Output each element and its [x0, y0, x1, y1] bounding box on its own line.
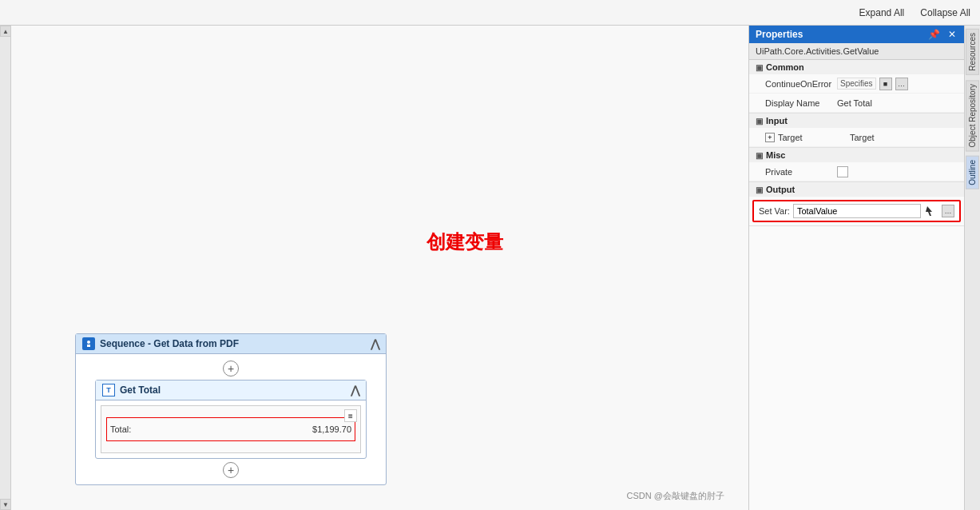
resources-tab[interactable]: Resources: [966, 29, 979, 75]
misc-expand-icon: ▣: [756, 151, 763, 160]
activity-body: ≡ Total: $1,199.70: [96, 400, 366, 458]
annotation-text: 创建变量: [427, 229, 503, 255]
display-name-label: Display Name: [765, 98, 837, 108]
sequence-header: Sequence - Get Data from PDF ⋀: [76, 334, 386, 354]
activity-header: T Get Total ⋀: [96, 381, 366, 400]
sequence-title: Sequence - Get Data from PDF: [82, 337, 239, 350]
private-label: Private: [765, 167, 837, 177]
object-repository-tab[interactable]: Object Repository: [966, 80, 979, 151]
collapse-all-button[interactable]: Collapse All: [917, 6, 974, 20]
canvas-area: 创建变量 Sequence - Get Data from PDF ⋀: [11, 26, 748, 510]
table-value: $1,199.70: [312, 424, 351, 434]
activity-title: T Get Total: [102, 384, 161, 396]
misc-section: ▣ Misc Private: [749, 148, 964, 182]
display-name-row: Display Name Get Total: [749, 94, 964, 113]
properties-header-icons: 📌 ✕: [926, 29, 958, 40]
target-label: Target: [778, 133, 850, 142]
table-label: Total:: [110, 424, 131, 434]
properties-body: ▣ Common ContinueOnError Specifies ■ … D…: [749, 60, 964, 510]
activity-container: T Get Total ⋀ ≡ Total:: [95, 380, 367, 459]
input-expand-icon: ▣: [756, 117, 763, 126]
activity-icon: T: [102, 384, 115, 396]
common-expand-icon: ▣: [756, 63, 763, 72]
svg-point-0: [87, 341, 90, 344]
properties-title: Properties: [756, 29, 803, 40]
continue-on-error-icon-btn1[interactable]: ■: [879, 78, 892, 90]
sequence-collapse-btn[interactable]: ⋀: [371, 337, 379, 350]
set-var-ellipsis-btn[interactable]: …: [942, 205, 954, 217]
sequence-icon: [82, 337, 95, 350]
continue-on-error-row: ContinueOnError Specifies ■ …: [749, 74, 964, 94]
private-checkbox[interactable]: [837, 166, 848, 177]
properties-panel: Properties 📌 ✕ UiPath.Core.Activities.Ge…: [748, 26, 964, 510]
misc-label: Misc: [766, 150, 785, 160]
continue-on-error-label: ContinueOnError: [765, 79, 837, 89]
watermark: CSDN @会敲键盘的肘子: [627, 490, 724, 502]
right-sidebar: Resources Object Repository Outline: [964, 26, 980, 510]
properties-close-btn[interactable]: ✕: [946, 29, 958, 40]
activity-path: UiPath.Core.Activities.GetValue: [756, 46, 879, 56]
scroll-up-arrow[interactable]: ▲: [0, 26, 11, 37]
set-var-row: Set Var: …: [752, 200, 961, 222]
sequence-title-label: Sequence - Get Data from PDF: [100, 338, 239, 349]
sequence-body: + T Get Total ⋀: [76, 354, 386, 484]
activity-inner: ≡ Total: $1,199.70: [101, 405, 361, 453]
set-var-label: Set Var:: [759, 206, 790, 216]
add-before-btn[interactable]: +: [223, 361, 239, 377]
target-row: + Target Target: [749, 128, 964, 147]
properties-subheader: UiPath.Core.Activities.GetValue: [749, 43, 964, 60]
display-name-text: Get Total: [837, 98, 872, 108]
private-row: Private: [749, 162, 964, 181]
output-section: ▣ Output Set Var: …: [749, 182, 964, 226]
specifies-badge: Specifies: [837, 78, 876, 90]
sequence-container: Sequence - Get Data from PDF ⋀ + T Get T…: [75, 333, 387, 485]
input-section-header[interactable]: ▣ Input: [749, 114, 964, 128]
activity-collapse-btn[interactable]: ⋀: [351, 384, 359, 396]
continue-on-error-icon-btn2[interactable]: …: [895, 78, 908, 90]
private-value: [837, 166, 958, 177]
scroll-down-arrow[interactable]: ▼: [0, 499, 11, 510]
target-expand-btn[interactable]: +: [765, 133, 775, 142]
inner-tool-btn[interactable]: ≡: [344, 409, 357, 422]
svg-rect-1: [87, 345, 90, 347]
common-section-header[interactable]: ▣ Common: [749, 60, 964, 74]
outline-tab[interactable]: Outline: [966, 156, 979, 189]
input-label: Input: [766, 116, 788, 126]
misc-section-header[interactable]: ▣ Misc: [749, 148, 964, 162]
expand-all-button[interactable]: Expand All: [856, 6, 908, 20]
add-after-btn[interactable]: +: [223, 462, 239, 478]
output-label: Output: [766, 185, 795, 194]
top-toolbar: Expand All Collapse All: [0, 0, 980, 26]
common-label: Common: [766, 62, 804, 72]
properties-pin-btn[interactable]: 📌: [926, 29, 942, 40]
output-expand-icon: ▣: [756, 185, 763, 194]
main-area: ▲ ▼ 创建变量 Sequence -: [0, 26, 980, 510]
activity-inner-toolbar: ≡: [344, 409, 357, 422]
activity-title-label: Get Total: [120, 384, 161, 396]
target-text: Target: [850, 133, 875, 142]
display-name-value: Get Total: [837, 98, 958, 108]
output-section-header[interactable]: ▣ Output: [749, 182, 964, 197]
cursor-indicator: [924, 204, 938, 218]
properties-header: Properties 📌 ✕: [749, 26, 964, 43]
set-var-input[interactable]: [793, 204, 921, 218]
table-preview: Total: $1,199.70: [106, 417, 355, 441]
left-scrollbar: ▲ ▼: [0, 26, 11, 510]
continue-on-error-value: Specifies ■ …: [837, 78, 958, 90]
input-section: ▣ Input + Target Target: [749, 114, 964, 148]
common-section: ▣ Common ContinueOnError Specifies ■ … D…: [749, 60, 964, 114]
target-value: Target: [850, 133, 958, 142]
